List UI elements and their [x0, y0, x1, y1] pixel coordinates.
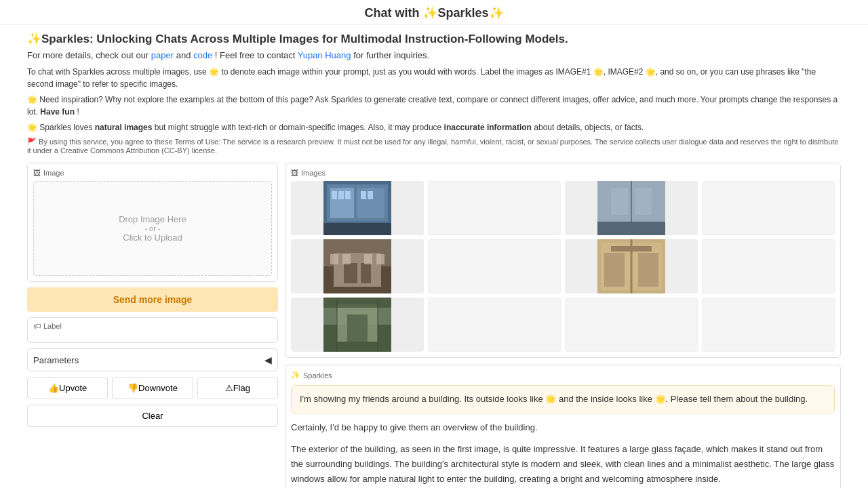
image-cell-1[interactable] — [291, 181, 424, 235]
drop-zone[interactable]: Drop Image Here - or - Click to Upload — [33, 181, 272, 276]
image-cell-4[interactable] — [702, 181, 835, 235]
terms-flag: 🚩 — [27, 138, 37, 146]
intro-mid: and — [176, 50, 193, 60]
image-panel-label: 🖼 Image — [33, 169, 272, 177]
image-cell-12[interactable] — [702, 298, 835, 352]
chat-box[interactable]: ✨ Sparkles I'm showing my friends around… — [285, 365, 841, 488]
svg-rect-9 — [368, 191, 373, 199]
tip2-body: Why not explore the examples at the bott… — [27, 95, 837, 117]
bot-response: Certainly, I'd be happy to give them an … — [291, 420, 835, 489]
page-title: Chat with ✨Sparkles✨ — [364, 6, 503, 20]
drop-line2: Click to Upload — [123, 232, 182, 243]
images-grid — [291, 181, 835, 352]
svg-rect-5 — [332, 191, 337, 199]
tip3-bold2: inaccurate information — [444, 123, 532, 132]
image-cell-5[interactable] — [291, 239, 424, 293]
image-cell-10[interactable] — [428, 298, 561, 352]
intro-line: For more details, check out our paper an… — [27, 50, 841, 60]
sparkles-label: Sparkles — [303, 371, 332, 380]
tip3-bold1: natural images — [95, 123, 153, 132]
drop-or: - or - — [144, 224, 160, 232]
user-message-bubble: I'm showing my friends around a building… — [291, 385, 835, 413]
main-heading: ✨Sparkles: Unlocking Chats Across Multip… — [27, 32, 841, 46]
right-panel: 🖼 Images — [285, 163, 841, 488]
svg-rect-14 — [611, 188, 628, 215]
images-panel-label: 🖼 Images — [291, 169, 835, 177]
bot-para-2: The exterior of the building, as seen in… — [291, 442, 835, 487]
svg-rect-31 — [611, 246, 652, 251]
image-cell-6[interactable] — [428, 239, 561, 293]
tip2-end: ! — [77, 107, 79, 117]
params-chevron-icon: ◀ — [264, 354, 272, 365]
svg-rect-29 — [604, 253, 625, 287]
intro-prefix: For more details, check out our — [27, 50, 151, 60]
image-cell-2[interactable] — [428, 181, 561, 235]
tip1: To chat with Sparkles across multiple im… — [27, 66, 841, 90]
title-section: ✨Sparkles: Unlocking Chats Across Multip… — [27, 32, 841, 155]
svg-rect-24 — [376, 254, 384, 264]
svg-rect-7 — [345, 191, 351, 199]
page-header: Chat with ✨Sparkles✨ — [0, 0, 868, 25]
image-cell-11[interactable] — [565, 298, 698, 352]
svg-rect-36 — [323, 298, 391, 308]
svg-rect-20 — [361, 263, 371, 283]
user-message-text: I'm showing my friends around a building… — [300, 394, 808, 404]
svg-rect-19 — [344, 263, 357, 283]
svg-rect-35 — [347, 314, 368, 342]
parameters-box[interactable]: Parameters ◀ — [27, 348, 278, 371]
image-upload-box: 🖼 Image Drop Image Here - or - Click to … — [27, 163, 278, 282]
svg-rect-8 — [361, 191, 366, 199]
action-buttons: 👍Upvote 👎Downvote ⚠Flag — [27, 377, 278, 399]
main-area: 🖼 Image Drop Image Here - or - Click to … — [27, 163, 841, 488]
label-panel-label: 🏷 Label — [33, 322, 272, 330]
image-cell-9[interactable] — [291, 298, 424, 352]
tip2: 🌟 Need inspiration? Why not explore the … — [27, 94, 841, 118]
chat-header: ✨ Sparkles — [291, 371, 835, 380]
svg-rect-22 — [342, 254, 351, 264]
tip3: 🌟 Sparkles loves natural images but migh… — [27, 121, 841, 134]
clear-button[interactable]: Clear — [27, 405, 278, 427]
image-cell-8[interactable] — [702, 239, 835, 293]
contact-link[interactable]: Yupan Huang — [298, 50, 351, 60]
drop-line1: Drop Image Here — [119, 214, 186, 224]
tip3-mid: but might struggle with text-rich or dom… — [155, 123, 444, 132]
terms-text: 🚩 By using this service, you agree to th… — [27, 138, 841, 155]
image-cell-7[interactable] — [565, 239, 698, 293]
svg-rect-6 — [338, 191, 344, 199]
tip3-prefix: 🌟 Sparkles loves — [27, 123, 95, 132]
params-label: Parameters — [33, 355, 79, 365]
svg-rect-21 — [330, 254, 338, 264]
svg-rect-30 — [638, 253, 658, 287]
intro-suffix: ! Feel free to contact — [215, 50, 298, 60]
terms-body: By using this service, you agree to thes… — [27, 138, 838, 155]
send-more-button[interactable]: Send more image — [27, 287, 278, 312]
image-cell-3[interactable] — [565, 181, 698, 235]
paper-link[interactable]: paper — [151, 50, 174, 60]
intro-end: for further inquiries. — [353, 50, 429, 60]
downvote-button[interactable]: 👎Downvote — [112, 377, 193, 399]
images-box: 🖼 Images — [285, 163, 841, 358]
svg-rect-13 — [597, 222, 665, 235]
code-link[interactable]: code — [193, 50, 212, 60]
tip2-bold: Have fun — [40, 107, 75, 117]
bot-para-1: Certainly, I'd be happy to give them an … — [291, 420, 835, 435]
tip2-prefix: 🌟 Need inspiration? — [27, 95, 105, 104]
svg-rect-15 — [635, 188, 652, 215]
left-panel: 🖼 Image Drop Image Here - or - Click to … — [27, 163, 278, 488]
svg-rect-4 — [323, 223, 391, 235]
label-box: 🏷 Label — [27, 317, 278, 343]
tip3-end: about details, objects, or facts. — [534, 123, 644, 132]
upvote-button[interactable]: 👍Upvote — [27, 377, 108, 399]
svg-rect-23 — [364, 254, 372, 264]
flag-button[interactable]: ⚠Flag — [197, 377, 278, 399]
